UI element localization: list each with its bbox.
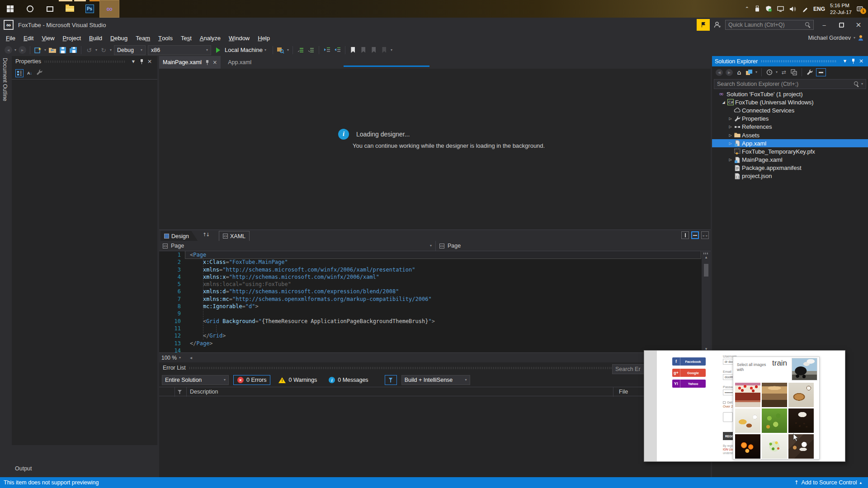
photoshop-button[interactable] bbox=[80, 0, 99, 18]
undo-dropdown[interactable] bbox=[95, 48, 97, 52]
expander-open-icon[interactable] bbox=[720, 100, 727, 104]
uncomment-selection-button[interactable] bbox=[307, 46, 315, 55]
expander-closed-icon[interactable] bbox=[727, 117, 734, 121]
captcha-cell-coffee-beans-bowl[interactable] bbox=[788, 408, 814, 433]
swap-panes-button[interactable] bbox=[203, 232, 209, 237]
home-button[interactable] bbox=[736, 68, 743, 76]
splitter-grip[interactable] bbox=[703, 253, 709, 254]
close-tab-icon[interactable] bbox=[212, 60, 217, 65]
facebook-signin-button[interactable]: fFacebook bbox=[672, 357, 706, 366]
captcha-cell-breakfast-plate[interactable] bbox=[735, 408, 760, 433]
menu-project[interactable]: Project bbox=[59, 32, 85, 44]
close-button[interactable] bbox=[852, 19, 865, 30]
pin-button[interactable] bbox=[137, 57, 146, 66]
property-pages-button[interactable] bbox=[36, 69, 43, 77]
start-debugging-button[interactable]: Local Machine bbox=[213, 47, 269, 53]
configuration-dropdown[interactable]: Debug bbox=[114, 45, 146, 55]
volume-icon[interactable] bbox=[789, 6, 797, 12]
document-outline-tab[interactable]: Document Outline bbox=[2, 58, 8, 101]
taskbar-clock[interactable]: 5:16 PM 22-Jul-17 bbox=[830, 2, 852, 15]
menu-edit[interactable]: Edit bbox=[19, 32, 38, 44]
code-line-6[interactable]: 6 xmlns:d="http://schemas.microsoft.com/… bbox=[159, 288, 711, 295]
find-dropdown[interactable] bbox=[287, 48, 289, 52]
errors-filter-button[interactable]: × 0 Errors bbox=[233, 375, 270, 385]
tree-item-foxtube-universal-windows[interactable]: C#FoxTube (Universal Windows) bbox=[712, 98, 868, 106]
editor-zoom-dropdown[interactable]: 100 % bbox=[159, 353, 185, 362]
captcha-checkbox[interactable] bbox=[723, 412, 733, 422]
navigate-back-button[interactable] bbox=[5, 46, 12, 54]
newsletter-checkbox[interactable] bbox=[723, 401, 726, 404]
close-panel-button[interactable] bbox=[857, 57, 865, 66]
properties-panel-header[interactable]: Properties bbox=[12, 56, 157, 67]
solution-explorer-search-input[interactable]: Search Solution Explorer (Ctrl+;) bbox=[714, 79, 866, 89]
tree-item-project-json[interactable]: {}project.json bbox=[712, 172, 868, 180]
tree-item-references[interactable]: References bbox=[712, 123, 868, 131]
pending-changes-filter-button[interactable] bbox=[766, 68, 773, 76]
new-project-dropdown[interactable] bbox=[44, 48, 46, 52]
back-button[interactable] bbox=[716, 69, 723, 76]
code-line-12[interactable]: 12 </Grid> bbox=[159, 332, 711, 339]
menu-window[interactable]: Window bbox=[225, 32, 254, 44]
editor-vertical-scrollbar[interactable] bbox=[702, 251, 711, 352]
messages-filter-button[interactable]: i 0 Messages bbox=[325, 375, 372, 385]
yahoo-signin-button[interactable]: Y!Yahoo bbox=[672, 380, 706, 388]
tree-item-foxtube-temporarykey-pfx[interactable]: FoxTube_TemporaryKey.pfx bbox=[712, 147, 868, 155]
properties-button[interactable] bbox=[806, 68, 813, 76]
user-account-menu[interactable]: Michael Gordeev bbox=[808, 35, 868, 41]
collapse-all-button[interactable] bbox=[790, 68, 797, 76]
defender-shield-icon[interactable] bbox=[765, 5, 772, 12]
intellisense-filter-button[interactable] bbox=[385, 375, 397, 385]
xaml-code-editor[interactable]: 1<Page2 x:Class="FoxTube.MainPage"3 xmln… bbox=[159, 251, 711, 352]
pen-icon[interactable] bbox=[802, 6, 808, 12]
navigate-forward-button[interactable] bbox=[19, 46, 26, 54]
visual-studio-button[interactable] bbox=[99, 0, 119, 18]
window-position-dropdown[interactable] bbox=[841, 57, 849, 66]
tree-item-connected-services[interactable]: Connected Services bbox=[712, 106, 868, 114]
search-options-dropdown[interactable] bbox=[861, 82, 863, 86]
tree-item-mainpage-xaml[interactable]: MainPage.xaml bbox=[712, 156, 868, 164]
captcha-cell-strawberry-cake[interactable] bbox=[735, 383, 760, 407]
code-line-1[interactable]: 1<Page bbox=[159, 251, 711, 258]
code-line-14[interactable]: 14 bbox=[159, 347, 711, 352]
expander-closed-icon[interactable] bbox=[727, 158, 734, 162]
next-bookmark-button[interactable] bbox=[370, 46, 378, 55]
alphabetical-sort-button[interactable]: A↓ bbox=[27, 71, 32, 75]
switch-views-button[interactable] bbox=[745, 68, 753, 76]
code-line-8[interactable]: 8 mc:Ignorable="d"> bbox=[159, 303, 711, 310]
title-bar[interactable]: FoxTube - Microsoft Visual Studio Quick … bbox=[0, 18, 868, 32]
captcha-cell-dessert-glass[interactable] bbox=[762, 383, 787, 407]
expander-closed-icon[interactable] bbox=[727, 125, 734, 129]
feedback-person-icon[interactable] bbox=[713, 21, 722, 28]
captcha-cell-glowing-orange-bowl[interactable] bbox=[735, 434, 760, 459]
clear-bookmarks-button[interactable] bbox=[380, 46, 388, 55]
code-line-7[interactable]: 7 xmlns:mc="http://schemas.openxmlformat… bbox=[159, 296, 711, 303]
google-signin-button[interactable]: g+Google bbox=[672, 369, 706, 377]
horizontal-split-button[interactable] bbox=[691, 231, 699, 239]
design-view-tab[interactable]: Design bbox=[160, 231, 198, 241]
save-button[interactable] bbox=[59, 46, 67, 55]
redo-dropdown[interactable] bbox=[110, 48, 112, 52]
captcha-cell-pancakes-with-coffee[interactable] bbox=[788, 383, 814, 407]
find-in-files-button[interactable] bbox=[277, 46, 285, 55]
previous-bookmark-button[interactable] bbox=[359, 46, 368, 55]
expander-closed-icon[interactable] bbox=[727, 133, 734, 137]
scroll-up-arrow[interactable] bbox=[705, 255, 708, 259]
output-panel-title[interactable]: Output bbox=[15, 465, 32, 472]
undo-button[interactable] bbox=[85, 46, 93, 55]
captcha-cell-vegetable-salad-plate[interactable] bbox=[762, 434, 787, 459]
menu-build[interactable]: Build bbox=[85, 32, 106, 44]
restore-button[interactable] bbox=[835, 19, 848, 30]
open-file-button[interactable] bbox=[48, 46, 57, 55]
expander-closed-icon[interactable] bbox=[727, 141, 734, 145]
usb-icon[interactable] bbox=[754, 5, 760, 12]
pin-tab-icon[interactable] bbox=[205, 60, 209, 66]
feedback-flag-button[interactable] bbox=[697, 19, 710, 31]
pin-button[interactable] bbox=[849, 57, 857, 66]
tab-app-xaml[interactable]: App.xaml bbox=[224, 56, 255, 69]
close-panel-button[interactable] bbox=[146, 57, 154, 66]
menu-test[interactable]: Test bbox=[177, 32, 196, 44]
preview-selected-items-button[interactable] bbox=[816, 68, 826, 76]
file-explorer-button[interactable] bbox=[60, 0, 80, 18]
menu-analyze[interactable]: Analyze bbox=[196, 32, 225, 44]
sync-with-active-document-button[interactable] bbox=[780, 68, 788, 76]
